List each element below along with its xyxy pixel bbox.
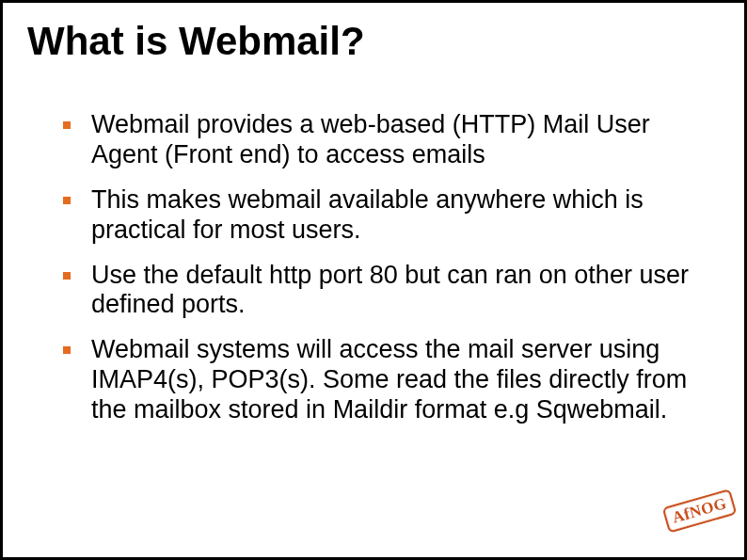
list-item: This makes webmail available anywhere wh… [57, 185, 707, 246]
afnog-logo: AfNOG [662, 491, 733, 552]
list-item: Webmail provides a web-based (HTTP) Mail… [57, 110, 707, 170]
list-item: Use the default http port 80 but can ran… [57, 261, 707, 321]
slide-title: What is Webmail? [27, 20, 744, 63]
logo-text: AfNOG [662, 488, 738, 534]
list-item: Webmail systems will access the mail ser… [57, 335, 707, 425]
bullet-list: Webmail provides a web-based (HTTP) Mail… [57, 110, 707, 425]
slide: What is Webmail? Webmail provides a web-… [0, 0, 747, 560]
slide-content: Webmail provides a web-based (HTTP) Mail… [57, 110, 707, 425]
